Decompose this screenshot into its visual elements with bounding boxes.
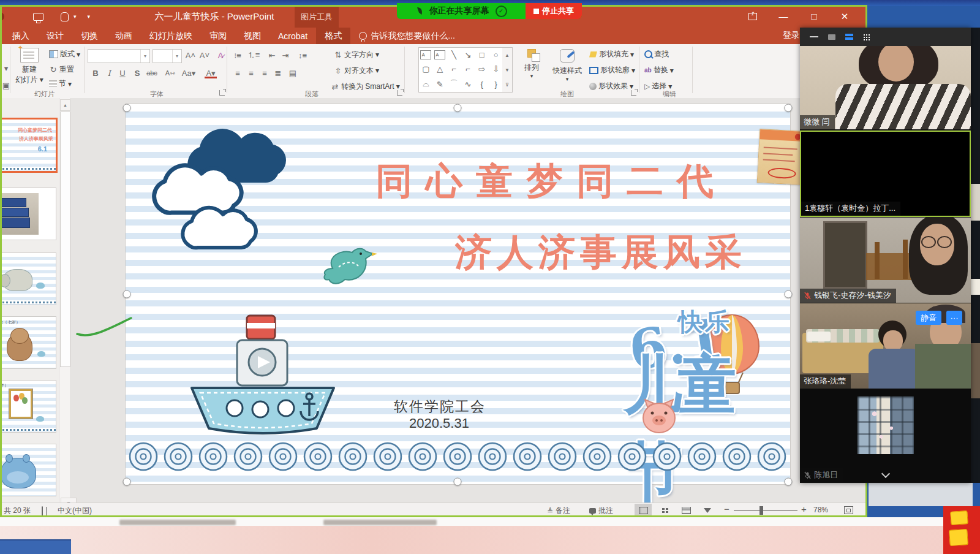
shape-oval-icon[interactable]: ○ [494, 50, 499, 59]
layout-button[interactable]: 版式 ▾ [49, 49, 80, 59]
shadow-button[interactable]: S [131, 67, 143, 78]
underline-button[interactable]: U [116, 67, 129, 78]
font-dialog-launcher[interactable] [219, 90, 225, 96]
panel-gallery-view-icon[interactable] [863, 34, 870, 40]
shape-vertical-textbox-icon[interactable]: A [434, 50, 445, 59]
shape-effects-button[interactable]: 形状效果 ▾ [589, 81, 633, 91]
panel-strip-view-icon[interactable] [845, 34, 853, 40]
reset-button[interactable]: ↻重置 [49, 64, 74, 75]
shape-right-arrow-icon[interactable]: ⇨ [478, 64, 485, 74]
scrollbar-thumb[interactable] [60, 112, 70, 367]
tab-format[interactable]: 格式 [316, 28, 350, 44]
fit-to-window-button[interactable] [844, 506, 853, 514]
align-left-button[interactable]: ≡ [232, 67, 244, 78]
comments-button[interactable]: 批注 [589, 506, 613, 516]
shapes-gallery[interactable]: A A ╲ ↘ □ ○ ▢ △ ⌐ ⌐ ⇨ ⇩ ⌓ ✎ ⌒ ∿ { } [418, 47, 503, 93]
shape-elbow-icon[interactable]: ⌐ [451, 64, 456, 74]
shape-curve-icon[interactable]: ∿ [464, 80, 471, 89]
close-button[interactable]: ✕ [829, 5, 860, 28]
decrease-indent-button[interactable]: ⇤ [266, 50, 278, 61]
arrange-button[interactable]: 排列▾ [518, 49, 546, 79]
reading-view-button[interactable] [677, 504, 695, 517]
panel-minimize-icon[interactable] [810, 36, 818, 37]
tab-animations[interactable]: 动画 [107, 28, 141, 44]
shape-left-brace-icon[interactable]: { [481, 80, 483, 89]
normal-view-button[interactable] [635, 504, 652, 517]
spell-check-icon[interactable] [42, 506, 43, 516]
font-name-combobox[interactable]: ▾ [88, 49, 150, 63]
tab-insert[interactable]: 插入 [4, 28, 38, 44]
thumbnail-slide-6[interactable] [0, 444, 56, 496]
shape-triangle-icon[interactable]: △ [437, 64, 443, 74]
shape-freeform-icon[interactable]: ⌓ [423, 79, 429, 89]
zoom-out-button[interactable]: − [724, 504, 729, 514]
bullets-button[interactable]: ⁝≡ [232, 50, 244, 61]
panel-window-icon[interactable] [828, 34, 835, 40]
stop-sharing-button[interactable]: 停止共享 [526, 3, 582, 19]
text-direction-button[interactable]: ⇅文字方向 ▾ [334, 49, 379, 60]
tab-design[interactable]: 设计 [38, 28, 72, 44]
participant-tile[interactable]: 1袁穆轩（袁时金）拉丁... [800, 131, 971, 217]
increase-indent-button[interactable]: ⇥ [279, 50, 292, 61]
font-size-combobox[interactable]: ▾ [153, 49, 182, 63]
strikethrough-button[interactable]: abc [146, 67, 158, 78]
zoom-slider-track[interactable] [734, 510, 797, 511]
slideshow-view-button[interactable] [699, 504, 716, 517]
clear-formatting-icon[interactable]: A̷ [214, 50, 227, 61]
tab-view[interactable]: 视图 [235, 28, 270, 44]
shape-down-arrow-icon[interactable]: ⇩ [492, 64, 499, 74]
selection-handle[interactable] [123, 478, 131, 486]
qat-customize-caret-icon[interactable]: ▾ [88, 13, 91, 20]
increase-font-size-icon[interactable]: A˄ [184, 50, 197, 61]
quick-styles-button[interactable]: 快速样式▾ [549, 49, 585, 82]
tab-slideshow[interactable]: 幻灯片放映 [141, 28, 201, 44]
selection-handle[interactable] [785, 290, 793, 298]
selection-handle[interactable] [123, 104, 131, 112]
shape-line-icon[interactable]: ╲ [451, 50, 456, 59]
touch-mouse-mode-icon[interactable] [61, 12, 69, 21]
participant-tile[interactable]: 钱银飞-史存汐-钱美汐 [800, 218, 971, 303]
change-case-button[interactable]: Aa▾ [183, 67, 195, 78]
convert-smartart-button[interactable]: ⇄转换为 SmartArt ▾ [331, 81, 400, 92]
thumbnail-slide-3[interactable] [0, 253, 56, 305]
section-button[interactable]: 节 ▾ [49, 78, 72, 89]
shape-arc-icon[interactable]: ⌒ [450, 78, 458, 89]
ribbon-display-options-button[interactable] [737, 5, 768, 28]
notes-button[interactable]: ≜备注 [547, 506, 570, 516]
selection-handle[interactable] [454, 478, 462, 486]
mute-button[interactable]: 静音 [916, 311, 941, 325]
scroll-up-icon[interactable]: ▲ [60, 99, 70, 111]
thumbnail-slide-5[interactable]: 年） [0, 381, 56, 432]
replace-button[interactable]: ab替换 ▾ [644, 65, 674, 75]
thumbnail-slide-2[interactable] [0, 188, 56, 240]
gallery-down-icon[interactable]: ▼ [505, 67, 510, 73]
decrease-font-size-icon[interactable]: A˅ [198, 50, 211, 61]
minimize-button[interactable]: — [768, 5, 799, 28]
sign-in-link[interactable]: 登录 [783, 30, 800, 41]
italic-button[interactable]: I [103, 67, 115, 78]
align-text-button[interactable]: ⇳对齐文本 ▾ [334, 65, 379, 76]
participant-tile[interactable]: 陈旭日 [800, 389, 971, 483]
zoom-in-button[interactable]: + [801, 504, 807, 514]
new-slide-button[interactable]: 新建 幻灯片 ▾ [13, 48, 45, 85]
drawing-dialog-launcher[interactable] [631, 90, 636, 96]
selection-handle[interactable] [454, 104, 462, 112]
shape-scribble-icon[interactable]: ✎ [437, 80, 443, 89]
dropdown-caret-icon[interactable]: ▾ [74, 13, 77, 20]
more-options-button[interactable]: ··· [946, 311, 962, 325]
gallery-more-icon[interactable]: ⊽ [505, 82, 509, 88]
maximize-button[interactable]: □ [799, 5, 829, 28]
language-label[interactable]: 中文(中国) [58, 506, 92, 516]
participant-tile[interactable]: 静音 ··· 张珞珞-沈莹 [800, 303, 971, 389]
start-from-beginning-icon[interactable] [33, 13, 43, 21]
participant-tile[interactable]: 微微 闫 [800, 46, 971, 130]
tab-acrobat[interactable]: Acrobat [270, 28, 316, 44]
thumbnail-slide-4[interactable]: 歌（七岁） [0, 317, 56, 368]
shape-rectangle-icon[interactable]: □ [480, 50, 484, 59]
shape-arrow-icon[interactable]: ↘ [464, 50, 471, 59]
columns-button[interactable]: ▤ [287, 67, 299, 78]
shapes-gallery-scrollbar[interactable]: ▲ ▼ ⊽ [502, 47, 513, 93]
collapse-panel-chevron[interactable] [878, 471, 894, 479]
paragraph-dialog-launcher[interactable] [397, 90, 402, 96]
thumbnail-scrollbar[interactable]: ▲ [59, 98, 70, 503]
